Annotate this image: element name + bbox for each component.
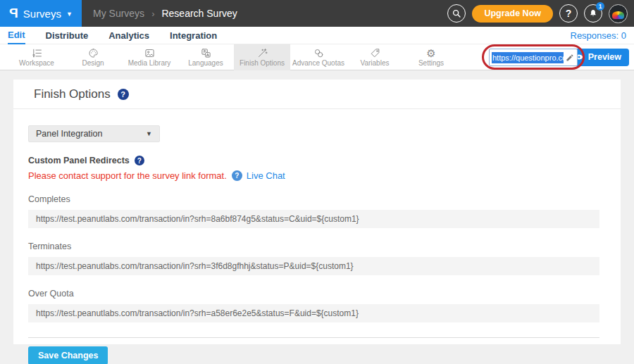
toolbar-item-workspace[interactable]: Workspace: [8, 44, 65, 70]
page-title: Finish Options: [34, 87, 111, 101]
languages-icon: [201, 48, 211, 58]
support-notice-row: Please contact support for the survey li…: [28, 170, 599, 181]
advance-quotas-icon: [313, 48, 324, 58]
main-content: Finish Options ? Panel Integration ▼ Cus…: [0, 70, 634, 344]
tab-edit[interactable]: Edit: [8, 27, 25, 44]
toolbar-item-design[interactable]: Design: [65, 44, 121, 70]
breadcrumb: My Surveys › Research Survey: [93, 8, 237, 19]
edit-toolbar: Workspace Design Media Library Languages: [0, 44, 634, 70]
panel-select-value: Panel Integration: [36, 129, 103, 139]
toolbar-item-label: Workspace: [19, 59, 54, 67]
survey-nav-tabs: Edit Distribute Analytics Integration Re…: [0, 27, 634, 44]
finish-options-icon: [257, 48, 268, 58]
user-avatar[interactable]: [609, 4, 628, 23]
chevron-down-icon: ▼: [66, 11, 73, 18]
questionpro-logo: P: [9, 6, 18, 21]
search-icon: [452, 8, 461, 18]
notification-badge: 1: [596, 2, 604, 11]
tab-analytics[interactable]: Analytics: [108, 27, 149, 44]
edit-url-icon[interactable]: [566, 54, 574, 62]
finish-options-card: Finish Options ? Panel Integration ▼ Cus…: [13, 80, 621, 344]
section-heading: Custom Panel Redirects: [28, 156, 130, 165]
media-library-icon: [144, 48, 155, 58]
responses-count[interactable]: Responses: 0: [571, 30, 627, 41]
survey-url-input[interactable]: https://questionpro.com/t/A: [489, 49, 578, 66]
toolbar-item-label: Advance Quotas: [292, 59, 344, 67]
over-quota-url-input[interactable]: [28, 304, 599, 322]
custom-panel-redirects-help-icon[interactable]: ?: [135, 156, 144, 165]
toolbar-item-languages[interactable]: Languages: [178, 44, 234, 70]
search-button[interactable]: [447, 4, 466, 23]
top-header-bar: P Surveys ▼ My Surveys › Research Survey…: [0, 0, 634, 27]
live-chat-help-icon[interactable]: ?: [232, 170, 242, 181]
breadcrumb-my-surveys[interactable]: My Surveys: [93, 8, 144, 19]
card-body: Panel Integration ▼ Custom Panel Redirec…: [13, 109, 621, 364]
completes-url-input[interactable]: [28, 210, 599, 228]
chevron-down-icon: ▼: [146, 130, 152, 137]
panel-integration-select[interactable]: Panel Integration ▼: [28, 125, 160, 142]
survey-url-selected-text: https://questionpro.com/t/A: [492, 52, 564, 63]
support-notice: Please contact support for the survey li…: [28, 170, 227, 181]
breadcrumb-separator: ›: [151, 8, 154, 19]
card-header: Finish Options ?: [13, 80, 621, 109]
toolbar-item-variables[interactable]: Variables: [347, 44, 403, 70]
toolbar-item-settings[interactable]: ⚙ Settings: [403, 44, 459, 70]
save-changes-button[interactable]: Save Changes: [28, 346, 108, 364]
toolbar-item-label: Languages: [188, 59, 223, 67]
variables-icon: [370, 48, 380, 58]
design-icon: [88, 48, 99, 58]
live-chat-link[interactable]: Live Chat: [247, 170, 285, 181]
toolbar-item-media-library[interactable]: Media Library: [121, 44, 178, 70]
divider: [28, 337, 599, 338]
workspace-icon: [32, 48, 42, 58]
toolbar-item-advance-quotas[interactable]: Advance Quotas: [290, 44, 347, 70]
surveys-product-menu[interactable]: P Surveys ▼: [0, 0, 82, 27]
custom-panel-redirects-row: Custom Panel Redirects ?: [28, 156, 599, 165]
tab-distribute[interactable]: Distribute: [46, 27, 89, 44]
header-actions: Upgrade Now ? 1: [447, 4, 634, 23]
terminates-label: Terminates: [28, 241, 599, 251]
toolbar-item-label: Finish Options: [240, 59, 285, 67]
settings-icon: ⚙: [426, 48, 435, 58]
terminates-url-input[interactable]: [28, 257, 599, 275]
avatar-image: [612, 11, 624, 19]
toolbar-item-label: Design: [82, 59, 104, 67]
breadcrumb-current-survey: Research Survey: [161, 8, 237, 19]
bell-icon: [588, 8, 598, 18]
toolbar-item-label: Settings: [418, 59, 444, 67]
tab-integration[interactable]: Integration: [170, 27, 217, 44]
toolbar-item-label: Variables: [361, 59, 390, 67]
over-quota-label: Over Quota: [28, 289, 599, 299]
finish-options-help-icon[interactable]: ?: [118, 89, 129, 100]
help-icon: ?: [566, 8, 572, 19]
completes-label: Completes: [28, 194, 599, 204]
preview-label: Preview: [588, 52, 621, 62]
toolbar-item-label: Media Library: [128, 59, 171, 67]
toolbar-item-finish-options[interactable]: Finish Options: [234, 44, 290, 70]
help-button[interactable]: ?: [559, 4, 578, 23]
notifications-button[interactable]: 1: [584, 4, 602, 23]
product-label: Surveys: [23, 8, 61, 20]
upgrade-now-button[interactable]: Upgrade Now: [472, 5, 553, 23]
